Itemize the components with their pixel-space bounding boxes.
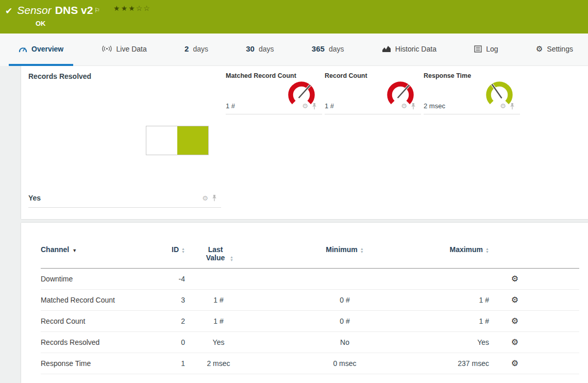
- tab-overview[interactable]: Overview: [9, 34, 73, 66]
- cell-minimum: No: [252, 338, 438, 346]
- tab-number: 2: [184, 44, 189, 53]
- tab-bar: Overview Live Data 2 days 30 days 365 da…: [0, 34, 588, 66]
- pin-icon[interactable]: [510, 103, 515, 110]
- records-resolved-title: Records Resolved: [28, 72, 221, 80]
- cell-channel: Response Time: [41, 359, 154, 368]
- gear-icon[interactable]: ⚙: [401, 103, 407, 109]
- pin-icon[interactable]: [212, 194, 217, 202]
- cell-channel: Downtime: [41, 275, 154, 283]
- gauge-footer: 2 msec ⚙: [424, 102, 520, 114]
- tab-label: Log: [486, 45, 498, 53]
- page-title: SensorDNS v2⚐: [17, 4, 100, 17]
- channel-settings-gear-icon[interactable]: ⚙: [511, 274, 518, 283]
- gauge-value: 2 msec: [424, 102, 445, 110]
- tab-label: Historic Data: [395, 45, 436, 53]
- status-check-icon: ✔: [5, 6, 12, 16]
- tab-label: days: [259, 45, 274, 53]
- header-last-value[interactable]: Last Value▲▼: [185, 245, 252, 262]
- tab-2-days[interactable]: 2 days: [175, 34, 218, 66]
- cell-minimum: 0 #: [252, 317, 438, 325]
- tab-label: Live Data: [116, 45, 147, 53]
- records-resolved-chart: [146, 126, 209, 155]
- gauge-response-time: Response Time 2 msec ⚙: [424, 72, 520, 114]
- cell-id: 3: [154, 296, 185, 304]
- gauge-label: Record Count: [325, 72, 421, 79]
- cell-last-value: 1 #: [185, 317, 252, 325]
- gear-icon: ⚙: [536, 45, 543, 53]
- header-label: Channel: [41, 245, 69, 254]
- cell-minimum: 0 msec: [252, 359, 438, 368]
- tab-label: days: [193, 45, 208, 53]
- cell-channel: Records Resolved: [41, 338, 154, 346]
- header-maximum[interactable]: Maximum▲▼: [438, 245, 489, 254]
- sort-icon: ▲▼: [360, 247, 364, 254]
- pin-icon[interactable]: [312, 103, 317, 110]
- header-minimum[interactable]: Minimum▲▼: [252, 245, 438, 254]
- gauge-label: Matched Record Count: [226, 72, 322, 79]
- cell-last-value: 1 #: [185, 296, 252, 304]
- cell-maximum: 237 msec: [438, 359, 489, 368]
- records-resolved-footer: Yes ⚙: [28, 194, 221, 208]
- tab-historic-data[interactable]: Historic Data: [372, 34, 446, 66]
- cell-last-value: Yes: [185, 338, 252, 346]
- tab-settings[interactable]: ⚙ Settings: [526, 34, 583, 66]
- caret-down-icon: ▼: [72, 248, 77, 253]
- header-id[interactable]: ID▲▼: [154, 245, 185, 254]
- priority-stars[interactable]: ★★★☆☆: [113, 4, 151, 12]
- cell-maximum: Yes: [438, 338, 489, 346]
- flag-icon[interactable]: ⚐: [94, 7, 100, 14]
- table-row-downtime: Downtime -4 ⚙: [41, 269, 579, 290]
- channel-table-panel: Channel▼ ID▲▼ Last Value▲▼ Minimum▲▼ Max…: [21, 223, 588, 383]
- log-list-icon: [474, 45, 482, 53]
- sort-icon: ▲▼: [181, 247, 185, 254]
- overview-panel: Records Resolved Yes ⚙ Matched Record Co…: [21, 66, 588, 219]
- channel-settings-gear-icon[interactable]: ⚙: [511, 317, 518, 325]
- header-label: Minimum: [326, 245, 357, 254]
- gauge-label: Response Time: [424, 72, 520, 79]
- tab-log[interactable]: Log: [464, 34, 508, 66]
- gear-icon[interactable]: ⚙: [302, 103, 308, 109]
- status-badge: OK: [36, 20, 581, 27]
- cell-id: 0: [154, 338, 185, 346]
- header-channel[interactable]: Channel▼: [41, 245, 154, 254]
- gauge-matched-record-count: Matched Record Count 1 # ⚙: [226, 72, 322, 114]
- sensor-name: DNS v2: [55, 4, 93, 16]
- tab-label: days: [329, 45, 344, 53]
- channel-settings-gear-icon[interactable]: ⚙: [511, 359, 518, 368]
- cell-last-value: 2 msec: [185, 359, 252, 368]
- title-prefix: Sensor: [17, 4, 52, 16]
- pin-icon[interactable]: [411, 103, 416, 110]
- gauge-footer: 1 # ⚙: [226, 102, 322, 114]
- table-row-records-resolved: Records Resolved 0 Yes No Yes ⚙: [41, 332, 579, 353]
- header-label: ID: [172, 245, 179, 254]
- table-row-matched-record-count: Matched Record Count 3 1 # 0 # 1 # ⚙: [41, 290, 579, 311]
- table-row-record-count: Record Count 2 1 # 0 # 1 # ⚙: [41, 311, 579, 332]
- table-row-response-time: Response Time 1 2 msec 0 msec 237 msec ⚙: [41, 353, 579, 374]
- gear-icon[interactable]: ⚙: [500, 103, 506, 109]
- tab-live-data[interactable]: Live Data: [92, 34, 157, 66]
- page-content: Records Resolved Yes ⚙ Matched Record Co…: [0, 66, 588, 383]
- tab-label: Overview: [31, 45, 63, 53]
- chart-segment-off: [146, 126, 177, 155]
- records-resolved-on: [177, 126, 208, 155]
- gauge-value: 1 #: [226, 102, 235, 110]
- cell-channel: Matched Record Count: [41, 296, 154, 304]
- cell-id: -4: [154, 275, 185, 283]
- channel-settings-gear-icon[interactable]: ⚙: [511, 338, 518, 346]
- channel-settings-gear-icon[interactable]: ⚙: [511, 295, 518, 304]
- tab-365-days[interactable]: 365 days: [302, 34, 354, 66]
- gauge-footer: 1 # ⚙: [325, 102, 421, 114]
- tab-number: 30: [246, 44, 255, 53]
- header-label: Last Value: [204, 245, 227, 262]
- cell-maximum: 1 #: [438, 317, 489, 325]
- gear-icon[interactable]: ⚙: [202, 195, 208, 202]
- records-resolved-block: Records Resolved Yes ⚙: [28, 72, 221, 208]
- sort-icon: ▲▼: [230, 256, 233, 262]
- cell-channel: Record Count: [41, 317, 154, 325]
- header-label: Maximum: [449, 245, 483, 254]
- area-chart-icon: [382, 45, 391, 53]
- gauge-icon: [19, 45, 27, 53]
- live-signal-icon: [102, 45, 112, 52]
- gauge-value: 1 #: [325, 102, 334, 110]
- tab-30-days[interactable]: 30 days: [236, 34, 283, 66]
